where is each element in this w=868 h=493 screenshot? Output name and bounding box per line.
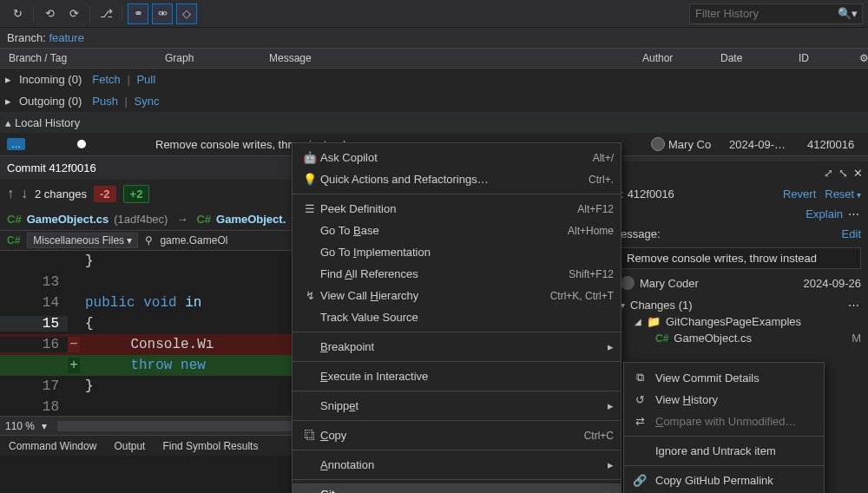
menu-item-find-all-references[interactable]: Find All ReferencesShift+F12 [293,263,621,285]
csharp-icon: C# [7,213,22,226]
menu-item-annotation[interactable]: Annotation▸ [293,454,621,476]
search-icon[interactable]: 🔍▾ [838,7,858,20]
menu-item-label: Annotation [320,458,601,471]
menu-item-breakpoint[interactable]: Breakpoint▸ [293,336,621,358]
menu-shortcut: Alt+F12 [577,203,614,215]
refresh-icon[interactable]: ↻ [7,3,28,24]
pop-out-icon[interactable]: ⤢ [824,167,833,180]
close-icon[interactable]: ✕ [853,167,863,180]
zoom-level[interactable]: 110 % [5,420,35,432]
file-name: GameObject.cs [674,332,752,345]
push-link[interactable]: Push [92,95,118,108]
menu-item-icon: ↯ [299,289,320,302]
col-id[interactable]: ID [790,52,851,64]
fetch-link[interactable]: Fetch [92,73,121,86]
menu-item-label: Find All References [320,267,569,280]
menu-item-label: View Call Hierarchy [320,289,550,302]
tag-icon[interactable]: ◇ [176,3,197,24]
branch-icon[interactable]: ⎇ [95,3,116,24]
prev-change-icon[interactable]: ↑ [7,186,14,201]
revert-link[interactable]: Revert [783,187,816,200]
menu-item-label: Ask Copilot [320,151,593,164]
col-date[interactable]: Date [712,52,790,64]
menu-item-go-to-implementation[interactable]: Go To Implementation [293,241,621,263]
col-branch-tag[interactable]: Branch / Tag [0,52,156,64]
changes-header[interactable]: ▾ Changes (1) ⋯ [614,297,868,313]
submenu-arrow-icon: ▸ [608,458,614,471]
pull-link[interactable]: Pull [136,73,155,86]
collapse-icon[interactable]: ◢ [635,317,641,326]
menu-item-track-value-source[interactable]: Track Value Source [293,306,621,328]
csharp-icon: C# [196,213,211,226]
menu-shortcut: Ctrl+. [589,174,614,186]
menu-item-icon: ↺ [631,393,648,406]
col-author[interactable]: Author [634,52,712,64]
menu-item-view-call-hierarchy[interactable]: ↯View Call HierarchyCtrl+K, Ctrl+T [293,285,621,306]
menu-item-go-to-base[interactable]: Go To BaseAlt+Home [293,220,621,241]
incoming-row[interactable]: ▸ Incoming (0) Fetch | Pull [0,69,868,90]
collapse-icon[interactable]: ▴ [5,116,11,129]
branch-chip[interactable]: … [7,138,25,150]
maximize-icon[interactable]: ⤡ [838,167,848,180]
menu-item-label: Go To Base [320,224,568,237]
col-settings-icon[interactable]: ⚙ [851,52,868,64]
menu-separator [293,332,621,332]
tab-find-symbol[interactable]: Find Symbol Results [154,440,266,452]
sync-link[interactable]: Sync [135,95,160,108]
submenu-item-view-history[interactable]: ↺View History [624,389,824,411]
reset-dropdown[interactable]: Reset [825,187,861,200]
project-dropdown[interactable]: Miscellaneous Files ▾ [27,233,138,248]
menu-item-label: Compare with Unmodified… [655,415,797,428]
graph-full-icon[interactable]: ⚮ [152,3,173,24]
tab-output[interactable]: Output [105,440,154,452]
col-message[interactable]: Message [260,52,634,64]
tree-folder[interactable]: ◢ 📁 GitChangesPageExamples [614,313,868,330]
local-history-row[interactable]: ▴ Local History [0,112,868,133]
menu-item-peek-definition[interactable]: ☰Peek DefinitionAlt+F12 [293,198,621,220]
expand-icon[interactable]: ▸ [5,73,16,86]
added-badge: +2 [123,185,150,203]
menu-item-execute-in-interactive[interactable]: Execute in Interactive [293,365,621,387]
commit-message-box[interactable]: Remove console writes, throw instead [621,247,861,269]
tree-file[interactable]: C# GameObject.cs M [614,330,868,346]
submenu-item-copy-github-permalink[interactable]: 🔗Copy GitHub Permalink [624,470,824,491]
local-history-label: Local History [15,116,80,129]
menu-item-icon: ⧉ [631,371,648,385]
history-nav-fwd-icon[interactable]: ⟳ [63,3,84,24]
menu-item-label: Copy [320,429,584,442]
more-options-icon[interactable]: ⋯ [848,207,861,220]
expand-icon[interactable]: ▸ [5,95,16,108]
menu-item-copy[interactable]: ⿻CopyCtrl+C [293,424,621,446]
menu-item-git[interactable]: Git▸ [293,483,621,493]
commit-id: 412f0016 [628,187,674,200]
filter-history-input[interactable] [689,3,863,24]
submenu-item-ignore-and-untrack-item[interactable]: Ignore and Untrack item [624,440,824,462]
menu-item-label: Ignore and Untrack item [655,444,776,457]
folder-name: GitChangesPageExamples [666,315,801,328]
menu-shortcut: Shift+F12 [569,268,614,280]
edit-message-link[interactable]: Edit [842,227,861,240]
menu-separator [293,194,621,194]
graph-simple-icon[interactable]: ⚭ [128,3,148,24]
next-change-icon[interactable]: ↓ [21,186,28,201]
menu-item-label: View History [655,393,718,406]
menu-item-snippet[interactable]: Snippet▸ [293,395,621,417]
col-graph[interactable]: Graph [156,52,260,64]
more-icon[interactable]: ⋯ [848,299,861,312]
history-nav-back-icon[interactable]: ⟲ [39,3,60,24]
submenu-arrow-icon: ▸ [608,488,614,493]
menu-item-label: Quick Actions and Refactorings… [320,173,589,186]
zoom-dropdown-icon[interactable]: ▾ [42,420,47,432]
outgoing-row[interactable]: ▸ Outgoing (0) Push | Sync [0,90,868,112]
menu-item-quick-actions-and-refactorings[interactable]: 💡Quick Actions and Refactorings…Ctrl+. [293,168,621,190]
separator: | [125,95,128,108]
toolbar-separator [33,6,34,22]
explain-link[interactable]: Explain [806,207,843,220]
commit-author: Mary Co [651,137,729,151]
menu-item-ask-copilot[interactable]: 🤖Ask CopilotAlt+/ [293,147,621,168]
tab-command-window[interactable]: Command Window [0,440,105,452]
submenu-item-view-commit-details[interactable]: ⧉View Commit Details [624,366,824,389]
menu-shortcut: Alt+Home [568,225,614,237]
branch-name-link[interactable]: feature [49,31,83,44]
submenu-arrow-icon: ▸ [608,399,614,412]
